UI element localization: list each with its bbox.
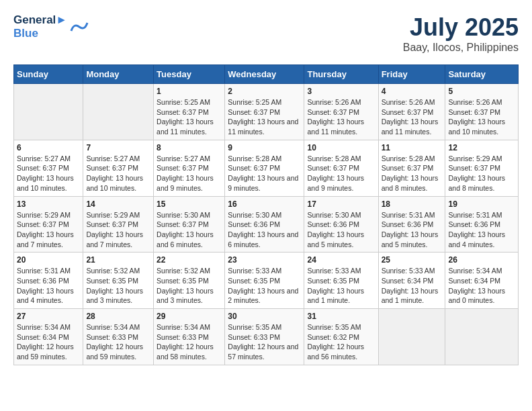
day-info: Sunrise: 5:31 AM Sunset: 6:36 PM Dayligh… [17,266,80,306]
calendar-week-row: 6Sunrise: 5:27 AM Sunset: 6:37 PM Daylig… [14,140,519,196]
day-number: 22 [157,255,222,265]
page-title: July 2025 [403,13,519,42]
calendar-cell: 5Sunrise: 5:26 AM Sunset: 6:37 PM Daylig… [445,84,519,140]
day-number: 13 [17,199,80,209]
calendar-header-saturday: Saturday [445,65,519,84]
calendar-week-row: 13Sunrise: 5:29 AM Sunset: 6:37 PM Dayli… [14,196,519,253]
day-info: Sunrise: 5:26 AM Sunset: 6:37 PM Dayligh… [307,97,375,137]
logo-wave-icon [69,17,90,36]
day-number: 4 [382,87,443,96]
calendar-header-thursday: Thursday [304,65,378,84]
logo-text: General► Blue [13,13,67,40]
calendar-cell: 12Sunrise: 5:29 AM Sunset: 6:37 PM Dayli… [445,140,519,196]
calendar-cell: 8Sunrise: 5:27 AM Sunset: 6:37 PM Daylig… [154,140,225,196]
day-info: Sunrise: 5:29 AM Sunset: 6:37 PM Dayligh… [86,210,150,250]
day-number: 5 [448,87,515,96]
day-number: 6 [17,143,80,152]
calendar-cell [14,84,83,140]
calendar-header-wednesday: Wednesday [225,65,304,84]
calendar-cell: 29Sunrise: 5:34 AM Sunset: 6:33 PM Dayli… [154,309,225,365]
day-info: Sunrise: 5:33 AM Sunset: 6:35 PM Dayligh… [307,266,375,306]
calendar-week-row: 1Sunrise: 5:25 AM Sunset: 6:37 PM Daylig… [14,84,519,140]
calendar-cell: 4Sunrise: 5:26 AM Sunset: 6:37 PM Daylig… [378,84,445,140]
day-info: Sunrise: 5:29 AM Sunset: 6:37 PM Dayligh… [448,154,515,193]
day-info: Sunrise: 5:30 AM Sunset: 6:36 PM Dayligh… [307,210,375,250]
day-number: 30 [228,312,301,321]
day-number: 29 [157,312,222,321]
calendar-cell: 20Sunrise: 5:31 AM Sunset: 6:36 PM Dayli… [14,253,83,309]
calendar-week-row: 20Sunrise: 5:31 AM Sunset: 6:36 PM Dayli… [14,253,519,309]
day-info: Sunrise: 5:33 AM Sunset: 6:35 PM Dayligh… [228,266,301,306]
day-number: 24 [307,255,375,265]
page-subtitle: Baay, Ilocos, Philippines [403,42,519,54]
day-number: 3 [307,87,375,96]
page-title-block: July 2025 Baay, Ilocos, Philippines [403,13,519,54]
calendar-header-monday: Monday [83,65,154,84]
day-number: 17 [307,199,375,209]
day-info: Sunrise: 5:29 AM Sunset: 6:37 PM Dayligh… [17,210,80,250]
day-number: 23 [228,255,301,265]
day-info: Sunrise: 5:35 AM Sunset: 6:32 PM Dayligh… [307,322,375,362]
day-number: 1 [157,87,222,96]
calendar-header-sunday: Sunday [14,65,83,84]
day-info: Sunrise: 5:33 AM Sunset: 6:34 PM Dayligh… [382,266,443,306]
calendar-cell [83,84,154,140]
calendar-header-tuesday: Tuesday [154,65,225,84]
day-info: Sunrise: 5:28 AM Sunset: 6:37 PM Dayligh… [307,154,375,193]
day-number: 15 [157,199,222,209]
day-info: Sunrise: 5:25 AM Sunset: 6:37 PM Dayligh… [157,97,222,137]
calendar-cell: 13Sunrise: 5:29 AM Sunset: 6:37 PM Dayli… [14,196,83,253]
day-number: 16 [228,199,301,209]
day-info: Sunrise: 5:31 AM Sunset: 6:36 PM Dayligh… [448,210,515,250]
calendar-cell: 6Sunrise: 5:27 AM Sunset: 6:37 PM Daylig… [14,140,83,196]
calendar-cell: 23Sunrise: 5:33 AM Sunset: 6:35 PM Dayli… [225,253,304,309]
day-info: Sunrise: 5:34 AM Sunset: 6:33 PM Dayligh… [157,322,222,362]
day-info: Sunrise: 5:30 AM Sunset: 6:36 PM Dayligh… [228,210,301,250]
day-number: 28 [86,312,150,321]
day-number: 2 [228,87,301,96]
calendar-cell: 3Sunrise: 5:26 AM Sunset: 6:37 PM Daylig… [304,84,378,140]
day-info: Sunrise: 5:34 AM Sunset: 6:33 PM Dayligh… [86,322,150,362]
calendar-table: SundayMondayTuesdayWednesdayThursdayFrid… [13,64,519,365]
day-info: Sunrise: 5:27 AM Sunset: 6:37 PM Dayligh… [17,154,80,193]
calendar-cell: 10Sunrise: 5:28 AM Sunset: 6:37 PM Dayli… [304,140,378,196]
calendar-header-row: SundayMondayTuesdayWednesdayThursdayFrid… [14,65,519,84]
day-info: Sunrise: 5:26 AM Sunset: 6:37 PM Dayligh… [448,97,515,137]
calendar-cell: 28Sunrise: 5:34 AM Sunset: 6:33 PM Dayli… [83,309,154,365]
day-number: 11 [382,143,443,152]
day-info: Sunrise: 5:32 AM Sunset: 6:35 PM Dayligh… [86,266,150,306]
calendar-cell: 18Sunrise: 5:31 AM Sunset: 6:36 PM Dayli… [378,196,445,253]
calendar-cell: 16Sunrise: 5:30 AM Sunset: 6:36 PM Dayli… [225,196,304,253]
calendar-cell: 19Sunrise: 5:31 AM Sunset: 6:36 PM Dayli… [445,196,519,253]
calendar-cell: 25Sunrise: 5:33 AM Sunset: 6:34 PM Dayli… [378,253,445,309]
day-number: 18 [382,199,443,209]
day-info: Sunrise: 5:26 AM Sunset: 6:37 PM Dayligh… [382,97,443,137]
day-info: Sunrise: 5:32 AM Sunset: 6:35 PM Dayligh… [157,266,222,306]
calendar-cell: 21Sunrise: 5:32 AM Sunset: 6:35 PM Dayli… [83,253,154,309]
day-number: 20 [17,255,80,265]
day-number: 26 [448,255,515,265]
calendar-cell: 14Sunrise: 5:29 AM Sunset: 6:37 PM Dayli… [83,196,154,253]
calendar-cell: 24Sunrise: 5:33 AM Sunset: 6:35 PM Dayli… [304,253,378,309]
day-info: Sunrise: 5:25 AM Sunset: 6:37 PM Dayligh… [228,97,301,137]
calendar-cell [378,309,445,365]
day-info: Sunrise: 5:30 AM Sunset: 6:37 PM Dayligh… [157,210,222,250]
day-number: 19 [448,199,515,209]
calendar-cell: 1Sunrise: 5:25 AM Sunset: 6:37 PM Daylig… [154,84,225,140]
day-info: Sunrise: 5:34 AM Sunset: 6:34 PM Dayligh… [448,266,515,306]
calendar-cell: 22Sunrise: 5:32 AM Sunset: 6:35 PM Dayli… [154,253,225,309]
calendar-cell: 30Sunrise: 5:35 AM Sunset: 6:33 PM Dayli… [225,309,304,365]
day-number: 27 [17,312,80,321]
day-info: Sunrise: 5:27 AM Sunset: 6:37 PM Dayligh… [86,154,150,193]
day-info: Sunrise: 5:27 AM Sunset: 6:37 PM Dayligh… [157,154,222,193]
calendar-cell [445,309,519,365]
calendar-cell: 9Sunrise: 5:28 AM Sunset: 6:37 PM Daylig… [225,140,304,196]
logo: General► Blue [13,13,90,40]
day-number: 9 [228,143,301,152]
day-info: Sunrise: 5:34 AM Sunset: 6:34 PM Dayligh… [17,322,80,362]
day-info: Sunrise: 5:28 AM Sunset: 6:37 PM Dayligh… [382,154,443,193]
day-number: 7 [86,143,150,152]
calendar-cell: 11Sunrise: 5:28 AM Sunset: 6:37 PM Dayli… [378,140,445,196]
day-number: 21 [86,255,150,265]
calendar-week-row: 27Sunrise: 5:34 AM Sunset: 6:34 PM Dayli… [14,309,519,365]
